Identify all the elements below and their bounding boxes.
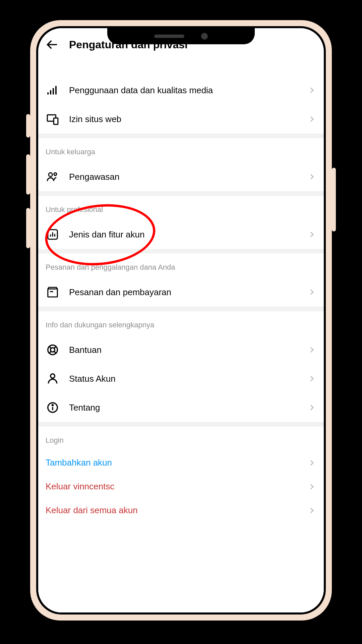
svg-point-7 <box>49 173 52 176</box>
svg-point-8 <box>54 173 57 175</box>
section-header-info-support: Info dan dukungan selengkapnya <box>38 311 324 335</box>
chart-icon <box>46 227 60 241</box>
phone-body: Pengaturan dan privasi Penggunaan data d… <box>36 26 326 614</box>
settings-item-orders-payments[interactable]: Pesanan dan pembayaran <box>38 278 324 307</box>
package-icon <box>46 285 60 299</box>
svg-point-24 <box>52 405 53 406</box>
settings-item-account-type[interactable]: Jenis dan fitur akun <box>38 220 324 249</box>
chevron-right-icon <box>307 114 316 124</box>
side-button <box>26 154 30 195</box>
settings-item-supervision[interactable]: Pengawasan <box>38 162 324 191</box>
phone-frame: Pengaturan dan privasi Penggunaan data d… <box>30 20 332 621</box>
settings-content: Pengaturan dan privasi Penggunaan data d… <box>38 28 324 612</box>
screen: Pengaturan dan privasi Penggunaan data d… <box>38 28 324 612</box>
side-button <box>26 208 30 248</box>
item-label: Tambahkan akun <box>46 458 298 468</box>
divider <box>38 133 324 138</box>
settings-item-logout-user[interactable]: Keluar vinncentsc <box>38 475 324 498</box>
item-label: Keluar dari semua akun <box>46 505 298 516</box>
svg-point-16 <box>51 348 55 352</box>
settings-item-about[interactable]: Tentang <box>38 393 324 422</box>
front-camera <box>201 33 208 40</box>
svg-point-21 <box>51 374 55 378</box>
item-label: Bantuan <box>69 345 298 355</box>
back-arrow-icon <box>45 38 59 51</box>
svg-rect-2 <box>50 90 51 95</box>
svg-line-18 <box>54 346 56 348</box>
divider <box>38 307 324 311</box>
chevron-right-icon <box>307 172 316 181</box>
section-header-login: Login <box>38 427 324 451</box>
section-header-professional: Untuk profesional <box>38 196 324 220</box>
chevron-right-icon <box>307 403 316 412</box>
settings-item-data-usage[interactable]: Penggunaan data dan kualitas media <box>38 76 324 105</box>
divider <box>38 191 324 196</box>
item-label: Status Akun <box>69 374 298 384</box>
divider <box>38 422 324 427</box>
item-label: Izin situs web <box>69 114 298 124</box>
item-label: Keluar vinncentsc <box>46 481 298 492</box>
settings-item-add-account[interactable]: Tambahkan akun <box>38 451 324 475</box>
chevron-right-icon <box>307 506 316 515</box>
chevron-right-icon <box>307 374 316 383</box>
help-icon <box>46 343 60 357</box>
svg-line-17 <box>49 346 51 348</box>
chevron-right-icon <box>307 458 316 468</box>
settings-item-account-status[interactable]: Status Akun <box>38 364 324 393</box>
info-icon <box>46 400 60 415</box>
side-button <box>332 168 336 231</box>
svg-rect-3 <box>53 88 54 95</box>
settings-item-logout-all[interactable]: Keluar dari semua akun <box>38 498 324 522</box>
svg-rect-6 <box>54 118 58 124</box>
item-label: Tentang <box>69 402 298 413</box>
item-label: Jenis dan fitur akun <box>69 229 298 240</box>
speaker <box>154 35 184 38</box>
person-icon <box>46 372 60 386</box>
svg-rect-13 <box>48 289 58 297</box>
settings-item-help[interactable]: Bantuan <box>38 335 324 364</box>
chevron-right-icon <box>307 287 316 297</box>
section-header-family: Untuk keluarga <box>38 138 324 162</box>
svg-rect-1 <box>47 92 49 94</box>
notch <box>107 28 255 44</box>
side-button <box>26 114 30 138</box>
svg-line-20 <box>54 352 56 354</box>
back-button[interactable] <box>45 38 59 52</box>
chevron-right-icon <box>307 230 316 239</box>
svg-line-19 <box>49 352 51 354</box>
item-label: Penggunaan data dan kualitas media <box>69 85 298 96</box>
chevron-right-icon <box>307 482 316 491</box>
devices-icon <box>46 112 60 126</box>
people-icon <box>46 170 60 184</box>
svg-rect-4 <box>55 86 57 94</box>
chevron-right-icon <box>307 86 316 95</box>
item-label: Pengawasan <box>69 172 298 182</box>
item-label: Pesanan dan pembayaran <box>69 287 298 298</box>
settings-item-website-permissions[interactable]: Izin situs web <box>38 105 324 133</box>
section-header-orders: Pesanan dan penggalangan dana Anda <box>38 254 324 278</box>
chevron-right-icon <box>307 345 316 355</box>
divider <box>38 249 324 254</box>
spacer <box>38 59 324 76</box>
signal-icon <box>46 83 60 97</box>
